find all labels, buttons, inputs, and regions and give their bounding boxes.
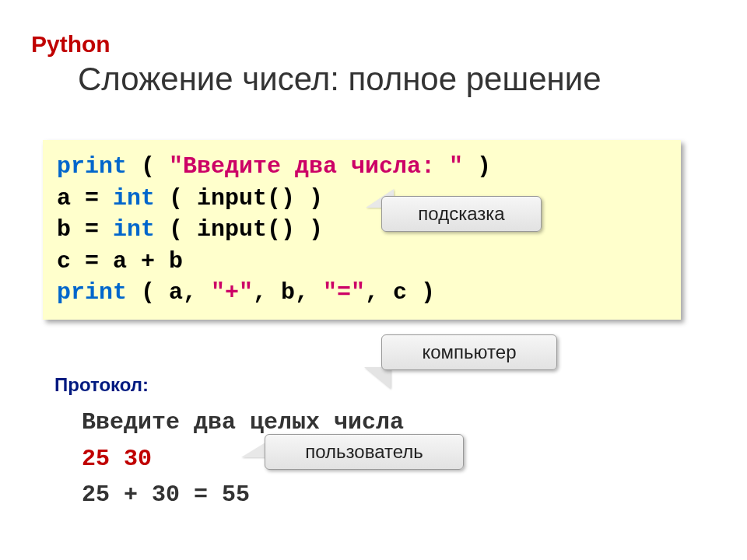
code-text: ( a, — [127, 279, 211, 306]
callout-computer: компьютер — [381, 334, 557, 370]
code-text: a = — [57, 185, 113, 212]
code-text: ) — [463, 153, 491, 180]
code-line-3: b = int ( input() ) — [57, 214, 667, 246]
code-text: ( — [127, 153, 169, 180]
string-literal: "+" — [211, 279, 253, 306]
code-text: b = — [57, 216, 113, 243]
string-literal: "=" — [323, 279, 365, 306]
code-text: ( input() ) — [155, 216, 323, 243]
code-line-2: a = int ( input() ) — [57, 183, 667, 215]
keyword-print: print — [57, 153, 127, 180]
output-result: 25 + 30 = 55 — [82, 477, 404, 513]
callout-tail — [364, 367, 391, 389]
code-text: , c ) — [365, 279, 435, 306]
code-line-4: c = a + b — [57, 246, 667, 278]
slide-title: Сложение чисел: полное решение — [78, 61, 601, 98]
keyword-int: int — [113, 185, 155, 212]
keyword-print: print — [57, 279, 127, 306]
code-text: , b, — [253, 279, 323, 306]
protocol-label: Протокол: — [54, 374, 149, 396]
callout-user: пользователь — [265, 434, 464, 470]
callout-hint: подсказка — [381, 196, 542, 232]
code-line-1: print ( "Введите два числа: " ) — [57, 151, 667, 183]
code-text: ( input() ) — [155, 185, 323, 212]
code-line-5: print ( a, "+", b, "=", c ) — [57, 277, 667, 309]
language-label: Python — [31, 31, 110, 58]
string-literal: "Введите два числа: " — [169, 153, 463, 180]
keyword-int: int — [113, 216, 155, 243]
code-block: print ( "Введите два числа: " ) a = int … — [43, 140, 681, 320]
